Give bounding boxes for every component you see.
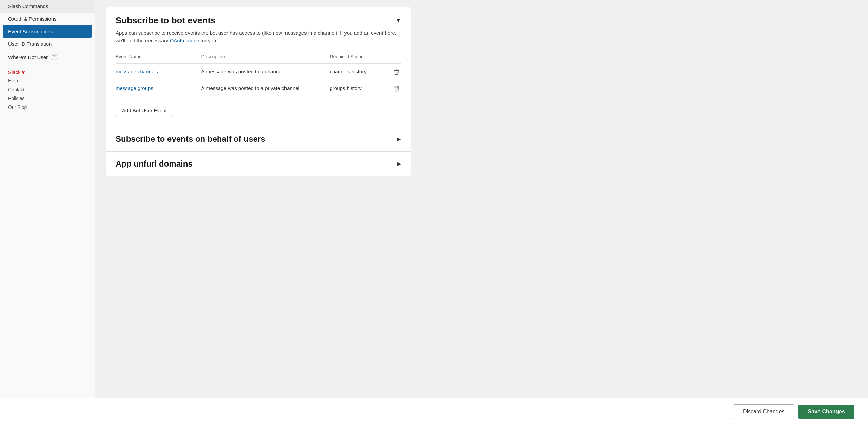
event-description-cell: A message was posted to a private channe… — [201, 80, 330, 97]
chevron-down-icon: ▼ — [396, 18, 401, 24]
sidebar-item-policies[interactable]: Policies — [0, 94, 95, 103]
sidebar-item-slash-commands[interactable]: Slash Commands — [0, 0, 95, 13]
event-scope-cell: groups:history — [330, 80, 401, 97]
users-events-title: Subscribe to events on behalf of users — [116, 134, 265, 144]
events-table: Event Name Description Required Scope me… — [116, 51, 401, 97]
col-header-scope: Required Scope — [330, 51, 401, 64]
event-description-cell: A message was posted to a channel — [201, 64, 330, 80]
sidebar-brand-section: Slack ♥ — [0, 64, 95, 76]
footer-bar: Discard Changes Save Changes — [0, 398, 868, 425]
event-name-cell: message.channels — [116, 64, 201, 80]
sidebar-item-our-blog[interactable]: Our Blog — [0, 103, 95, 112]
col-header-description: Description — [201, 51, 330, 64]
delete-event-button[interactable] — [392, 69, 401, 75]
chevron-right-icon: ▶ — [397, 136, 401, 142]
discard-changes-button[interactable]: Discard Changes — [733, 404, 794, 419]
col-header-event-name: Event Name — [116, 51, 201, 64]
unfurl-domains-section[interactable]: App unfurl domains ▶ — [106, 151, 411, 176]
sidebar-item-event-subscriptions[interactable]: Event Subscriptions — [3, 25, 92, 38]
oauth-scope-link[interactable]: OAuth scope — [170, 38, 199, 43]
users-events-section[interactable]: Subscribe to events on behalf of users ▶ — [106, 127, 411, 151]
trash-icon — [394, 85, 400, 92]
slack-brand: Slack ♥ — [8, 69, 86, 75]
table-row: message.channelsA message was posted to … — [116, 64, 401, 80]
bot-events-header: Subscribe to bot events ▼ — [106, 7, 411, 26]
bot-events-description: Apps can subscribe to receive events the… — [106, 26, 411, 51]
sidebar-item-help[interactable]: Help — [0, 76, 95, 85]
table-row: message.groupsA message was posted to a … — [116, 80, 401, 97]
event-name-link[interactable]: message.channels — [116, 69, 158, 74]
bot-events-title: Subscribe to bot events — [116, 15, 216, 26]
sidebar-item-oauth-permissions[interactable]: OAuth & Permissions — [0, 13, 95, 25]
delete-event-button[interactable] — [392, 85, 401, 92]
chevron-right-icon-2: ▶ — [397, 161, 401, 167]
save-changes-button[interactable]: Save Changes — [798, 405, 854, 419]
help-circle-icon: ? — [51, 54, 57, 60]
unfurl-domains-title: App unfurl domains — [116, 159, 193, 169]
event-name-link[interactable]: message.groups — [116, 85, 153, 91]
heart-icon: ♥ — [22, 69, 25, 75]
scope-text: channels:history — [330, 69, 366, 74]
main-content: Subscribe to bot events ▼ Apps can subsc… — [95, 0, 868, 398]
sidebar-item-user-id-translation[interactable]: User ID Translation — [0, 38, 95, 50]
trash-icon — [394, 69, 400, 75]
event-name-cell: message.groups — [116, 80, 201, 97]
content-card: Subscribe to bot events ▼ Apps can subsc… — [106, 7, 411, 176]
sidebar-item-contact[interactable]: Contact — [0, 85, 95, 94]
event-scope-cell: channels:history — [330, 64, 401, 80]
scope-text: groups:history — [330, 85, 361, 91]
add-bot-user-event-button[interactable]: Add Bot User Event — [116, 104, 173, 117]
sidebar: Slash Commands OAuth & Permissions Event… — [0, 0, 95, 398]
sidebar-item-wheres-bot-user[interactable]: Where's Bot User ? — [0, 50, 95, 64]
events-table-wrapper: Event Name Description Required Scope me… — [106, 51, 411, 97]
